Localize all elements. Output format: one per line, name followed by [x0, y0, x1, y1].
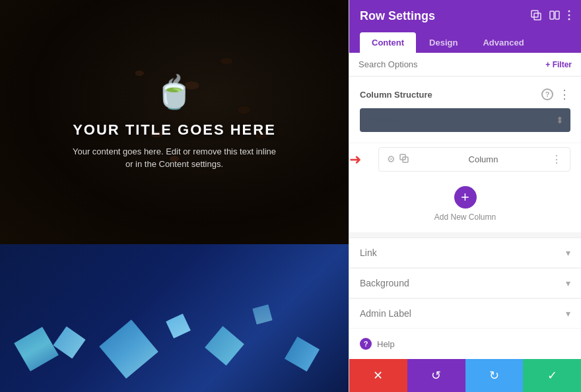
admin-label-accordion-arrow-icon: ▾ — [566, 308, 570, 319]
column-structure-select[interactable]: 1 Column 2 Columns 3 Columns — [360, 108, 570, 132]
columns-icon[interactable] — [549, 10, 560, 23]
column-structure-more-icon[interactable]: ⋮ — [559, 87, 570, 102]
svg-point-6 — [568, 18, 570, 20]
crystal-decoration — [96, 317, 161, 381]
svg-rect-1 — [534, 13, 541, 20]
cancel-button[interactable]: ✕ — [349, 359, 407, 392]
column-structure-label: Column Structure — [360, 90, 536, 100]
background-accordion-arrow-icon: ▾ — [566, 278, 570, 288]
canvas-subtitle: Your content goes here. Edit or remove t… — [69, 145, 280, 171]
canvas-bottom-section — [0, 244, 349, 392]
column-copy-icon[interactable] — [399, 154, 409, 165]
panel-content: Column Structure ? ⋮ 1 Column 2 Columns … — [349, 77, 581, 359]
row-settings-panel: Row Settings — [349, 0, 581, 392]
link-accordion-header[interactable]: Link ▾ — [349, 238, 581, 267]
column-item: ⚙ Column ⋮ — [378, 147, 570, 172]
panel-title: Row Settings — [360, 9, 435, 23]
panel-header-icons — [531, 10, 570, 23]
canvas-area: 🍵 YOUR TITLE GOES HERE Your content goes… — [0, 0, 349, 392]
svg-point-4 — [568, 10, 570, 12]
redo-button[interactable]: ↻ — [465, 359, 524, 392]
link-accordion-arrow-icon: ▾ — [566, 247, 570, 258]
section-row: Column Structure ? ⋮ — [360, 87, 570, 102]
filter-button[interactable]: + Filter — [545, 60, 572, 69]
crystal-decoration — [8, 321, 65, 377]
tab-design[interactable]: Design — [417, 32, 469, 53]
column-item-more-icon[interactable]: ⋮ — [551, 153, 562, 166]
crystal-decoration — [203, 324, 246, 367]
admin-label-accordion: Admin Label ▾ — [349, 298, 581, 328]
column-settings-icon[interactable]: ⚙ — [387, 154, 395, 165]
crystal-decoration — [161, 309, 195, 343]
panel-header: Row Settings — [349, 0, 581, 53]
panel-tabs: Content Design Advanced — [360, 32, 570, 53]
help-label[interactable]: Help — [377, 339, 395, 349]
link-accordion-label: Link — [360, 247, 377, 258]
svg-rect-3 — [555, 11, 559, 19]
tab-content[interactable]: Content — [360, 32, 416, 53]
admin-label-accordion-label: Admin Label — [360, 308, 411, 319]
svg-point-5 — [568, 14, 570, 16]
column-structure-section: Column Structure ? ⋮ 1 Column 2 Columns … — [349, 77, 581, 143]
add-column-label: Add New Column — [434, 212, 496, 222]
undo-button[interactable]: ↺ — [407, 359, 465, 392]
column-select-wrapper: 1 Column 2 Columns 3 Columns ⬍ — [360, 108, 570, 132]
column-row-wrapper: ➜ ⚙ Column ⋮ — [349, 143, 581, 176]
red-arrow-indicator: ➜ — [349, 151, 361, 168]
add-column-area: + Add New Column — [349, 176, 581, 232]
help-circle-icon: ? — [360, 338, 372, 350]
background-accordion: Background ▾ — [349, 268, 581, 298]
help-section: ? Help — [349, 329, 581, 359]
save-button[interactable]: ✓ — [523, 359, 581, 392]
cup-icon: 🍵 — [154, 74, 194, 111]
help-icon[interactable]: ? — [541, 88, 553, 100]
canvas-title: YOUR TITLE GOES HERE — [73, 121, 276, 139]
crystal-decoration — [247, 299, 279, 331]
add-column-button[interactable]: + — [454, 186, 477, 209]
column-item-icons: ⚙ — [387, 154, 409, 165]
more-options-icon[interactable] — [568, 10, 570, 23]
bottom-toolbar: ✕ ↺ ↻ ✓ — [349, 359, 581, 392]
tab-advanced[interactable]: Advanced — [471, 32, 535, 53]
svg-rect-0 — [531, 11, 538, 17]
search-input[interactable] — [359, 59, 545, 69]
crystal-decoration — [280, 332, 324, 376]
copy-page-icon[interactable] — [531, 10, 541, 23]
column-item-label: Column — [415, 154, 551, 164]
background-accordion-label: Background — [360, 278, 409, 288]
link-accordion: Link ▾ — [349, 238, 581, 267]
admin-label-accordion-header[interactable]: Admin Label ▾ — [349, 299, 581, 328]
search-bar: + Filter — [349, 53, 581, 77]
svg-rect-2 — [550, 11, 554, 19]
background-accordion-header[interactable]: Background ▾ — [349, 269, 581, 298]
canvas-top-section: 🍵 YOUR TITLE GOES HERE Your content goes… — [0, 0, 349, 244]
panel-header-top: Row Settings — [360, 9, 570, 23]
